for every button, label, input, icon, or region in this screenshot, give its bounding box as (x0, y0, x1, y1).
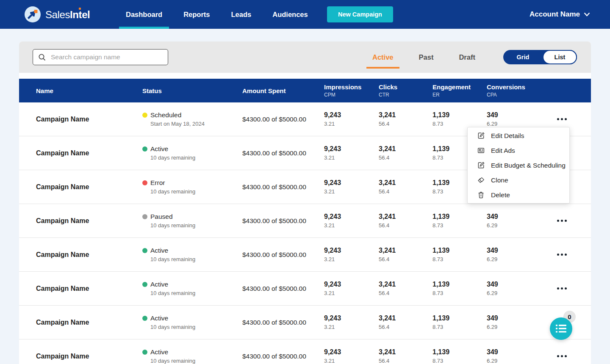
new-campaign-button[interactable]: New Campaign (327, 6, 393, 22)
list-icon (555, 324, 567, 334)
impressions-cell: 9,2433.21 (324, 145, 379, 161)
tab-active[interactable]: Active (366, 53, 399, 61)
tab-draft[interactable]: Draft (453, 53, 481, 61)
status-cell: Active 10 days remaining (142, 247, 242, 262)
status-subtext: 10 days remaining (150, 358, 242, 364)
top-navbar: SalesIntel Dashboard Reports Leads Audie… (0, 0, 610, 29)
nav-item-dashboard[interactable]: Dashboard (119, 0, 169, 29)
status-cell: Active 10 days remaining (142, 145, 242, 161)
status-dot (142, 248, 147, 253)
status-cell: Error 10 days remaining (142, 179, 242, 195)
trash-icon (477, 191, 485, 199)
nav-item-reports[interactable]: Reports (177, 0, 216, 29)
conversions-cell: 3496.29 (487, 281, 538, 296)
menu-item-label: Edit Details (491, 132, 524, 140)
search-box[interactable] (33, 49, 168, 65)
clicks-cell: 3,24156.4 (379, 247, 433, 262)
row-actions-button[interactable] (555, 285, 570, 292)
account-menu[interactable]: Account Name (530, 0, 590, 29)
menu-item-edit-budget[interactable]: Edit Budget & Scheduling (468, 158, 569, 173)
status-filter-tabs: Active Past Draft (366, 41, 495, 73)
menu-item-label: Delete (491, 191, 510, 199)
status-subtext: 10 days remaining (150, 154, 242, 161)
engagement-cell: 1,1398.73 (433, 314, 487, 330)
status-label: Scheduled (150, 111, 181, 119)
brand-accent-dot (79, 8, 81, 10)
clone-icon (477, 176, 485, 184)
engagement-cell: 1,1398.73 (433, 348, 487, 364)
clicks-cell: 3,24156.4 (379, 111, 433, 127)
clicks-cell: 3,24156.4 (379, 145, 433, 161)
menu-item-edit-ads[interactable]: Edit Ads (468, 143, 569, 158)
tab-past[interactable]: Past (413, 53, 440, 61)
amount-spent: $4300.00 of $5000.00 (242, 251, 324, 259)
conversions-cell: 3496.29 (487, 111, 538, 127)
toggle-list-option[interactable]: List (543, 50, 577, 64)
status-dot (142, 282, 147, 287)
search-input[interactable] (50, 53, 163, 61)
ads-icon (477, 146, 485, 154)
column-header-impressions: ImpressionsCPM (324, 83, 379, 98)
menu-item-clone[interactable]: Clone (468, 173, 569, 188)
status-dot (142, 350, 147, 355)
campaign-name: Campaign Name (36, 251, 142, 259)
impressions-cell: 9,2433.21 (324, 281, 379, 296)
status-dot (142, 214, 147, 219)
conversions-cell: 3496.29 (487, 314, 538, 330)
toggle-grid-option[interactable]: Grid (503, 54, 543, 61)
status-label: Active (150, 314, 168, 322)
campaigns-toolbar: Active Past Draft Grid List (19, 41, 591, 73)
amount-spent: $4300.00 of $5000.00 (242, 116, 324, 123)
status-subtext: 10 days remaining (150, 324, 242, 330)
grid-list-toggle[interactable]: Grid List (503, 50, 577, 64)
status-dot (142, 146, 147, 152)
status-subtext: 10 days remaining (150, 256, 242, 262)
campaign-list-fab[interactable] (550, 317, 572, 340)
campaign-name: Campaign Name (36, 149, 142, 157)
clicks-cell: 3,24156.4 (379, 179, 433, 195)
status-subtext: 10 days remaining (150, 290, 242, 296)
status-label: Active (150, 247, 168, 254)
row-actions-button[interactable] (555, 251, 570, 259)
impressions-cell: 9,2433.21 (324, 213, 379, 229)
impressions-cell: 9,2433.21 (324, 348, 379, 364)
menu-item-delete[interactable]: Delete (468, 188, 569, 202)
campaign-name: Campaign Name (36, 116, 142, 123)
status-cell: Active 10 days remaining (142, 348, 242, 364)
conversions-cell: 3496.29 (487, 213, 538, 229)
conversions-cell: 3496.29 (487, 348, 538, 364)
clicks-cell: 3,24156.4 (379, 314, 433, 330)
impressions-cell: 9,2433.21 (324, 179, 379, 195)
engagement-cell: 1,1398.73 (433, 111, 487, 127)
amount-spent: $4300.00 of $5000.00 (242, 285, 324, 292)
status-label: Paused (150, 213, 173, 221)
row-actions-button[interactable] (555, 116, 570, 123)
nav-item-audiences[interactable]: Audiences (266, 0, 314, 29)
status-cell: Active 10 days remaining (142, 314, 242, 330)
status-cell: Paused 10 days remaining (142, 213, 242, 229)
impressions-cell: 9,2433.21 (324, 247, 379, 262)
row-actions-button[interactable] (555, 217, 570, 225)
status-dot (142, 113, 147, 118)
status-label: Active (150, 348, 168, 356)
engagement-cell: 1,1398.73 (433, 213, 487, 229)
column-header-engagement: EngagementER (433, 83, 487, 98)
status-cell: Scheduled Start on May 18, 2024 (142, 111, 242, 127)
engagement-cell: 1,1398.73 (433, 247, 487, 262)
status-subtext: 10 days remaining (150, 222, 242, 229)
menu-item-edit-details[interactable]: Edit Details (468, 128, 569, 143)
toolbar-table-gap (19, 73, 591, 79)
brand-name: SalesIntel (45, 9, 90, 20)
menu-item-label: Edit Budget & Scheduling (491, 162, 566, 169)
row-actions-button[interactable] (555, 353, 570, 360)
nav-item-leads[interactable]: Leads (225, 0, 258, 29)
chevron-down-icon (584, 12, 590, 17)
campaign-name: Campaign Name (36, 353, 142, 360)
campaign-name: Campaign Name (36, 217, 142, 225)
engagement-cell: 1,1398.73 (433, 281, 487, 296)
table-row: Campaign Name Active 10 days remaining $… (19, 306, 591, 339)
edit-icon (477, 132, 485, 140)
impressions-cell: 9,2433.21 (324, 314, 379, 330)
amount-spent: $4300.00 of $5000.00 (242, 149, 324, 157)
brand-logo[interactable]: SalesIntel (25, 0, 90, 29)
